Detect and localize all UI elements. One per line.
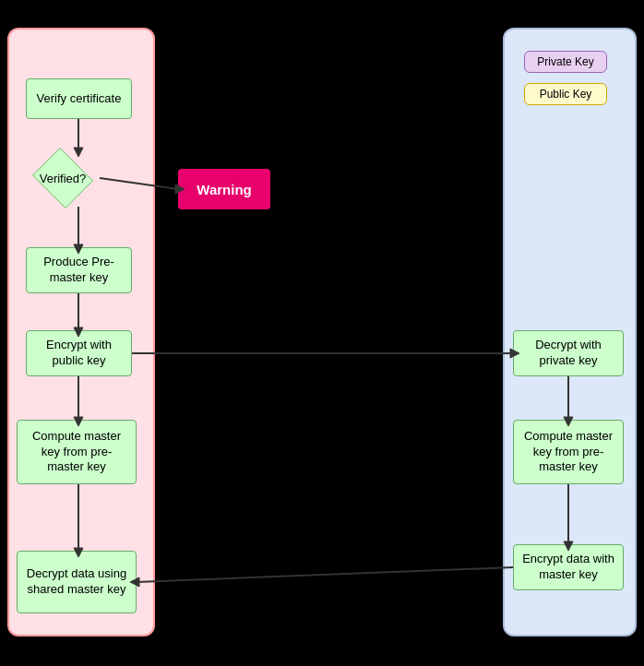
private-key-box: Private Key (524, 51, 607, 73)
decrypt-data-left-box: Decrypt data using shared master key (17, 551, 137, 613)
compute-master-left-box: Compute master key from pre-master key (17, 420, 137, 484)
produce-premaster-box: Produce Pre-master key (26, 247, 132, 293)
diagram-container: Private Key Public Key Verify certificat… (0, 0, 644, 666)
encrypt-data-master-box: Encrypt data with master key (513, 544, 624, 590)
warning-button[interactable]: Warning (178, 169, 270, 209)
verified-diamond: Verified? (26, 150, 100, 206)
svg-line-18 (137, 567, 513, 582)
decrypt-private-key-box: Decrypt with private key (513, 330, 624, 376)
encrypt-public-key-box: Encrypt with public key (26, 330, 132, 376)
verify-cert-box: Verify certificate (26, 78, 132, 119)
public-key-box: Public Key (524, 83, 607, 105)
compute-master-right-box: Compute master key from pre-master key (513, 420, 624, 484)
